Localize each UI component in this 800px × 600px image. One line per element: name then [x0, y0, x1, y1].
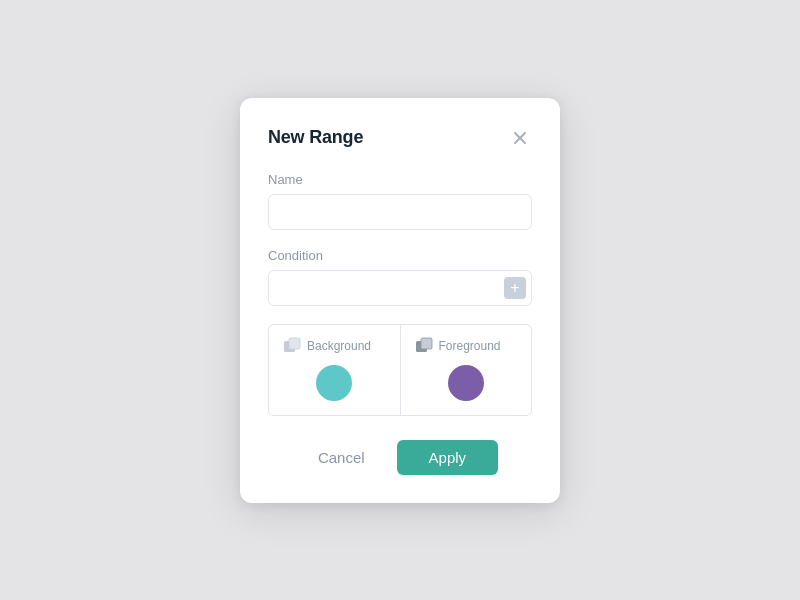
- apply-button[interactable]: Apply: [397, 440, 499, 475]
- condition-label: Condition: [268, 248, 532, 263]
- condition-add-button[interactable]: +: [504, 277, 526, 299]
- dialog-header: New Range: [268, 126, 532, 150]
- dialog-actions: Cancel Apply: [268, 440, 532, 475]
- foreground-color-swatch[interactable]: [448, 365, 484, 401]
- background-panel-header: Background: [283, 337, 386, 355]
- name-input[interactable]: [268, 194, 532, 230]
- name-label: Name: [268, 172, 532, 187]
- cancel-button[interactable]: Cancel: [302, 441, 381, 474]
- plus-icon: +: [510, 280, 519, 296]
- modal-overlay: New Range Name Condition +: [0, 0, 800, 600]
- condition-input[interactable]: [268, 270, 532, 306]
- foreground-panel-header: Foreground: [415, 337, 518, 355]
- new-range-dialog: New Range Name Condition +: [240, 98, 560, 503]
- close-button[interactable]: [508, 126, 532, 150]
- svg-rect-5: [421, 338, 432, 349]
- name-field-group: Name: [268, 172, 532, 230]
- close-icon: [512, 130, 528, 146]
- color-section: Background Foreground: [268, 324, 532, 416]
- background-label: Background: [307, 339, 371, 353]
- foreground-panel: Foreground: [401, 325, 532, 415]
- dialog-title: New Range: [268, 127, 363, 148]
- condition-input-wrapper: +: [268, 270, 532, 306]
- background-icon: [283, 337, 301, 355]
- svg-rect-3: [289, 338, 300, 349]
- foreground-label: Foreground: [439, 339, 501, 353]
- background-color-swatch[interactable]: [316, 365, 352, 401]
- foreground-icon: [415, 337, 433, 355]
- background-panel: Background: [269, 325, 401, 415]
- condition-field-group: Condition +: [268, 248, 532, 306]
